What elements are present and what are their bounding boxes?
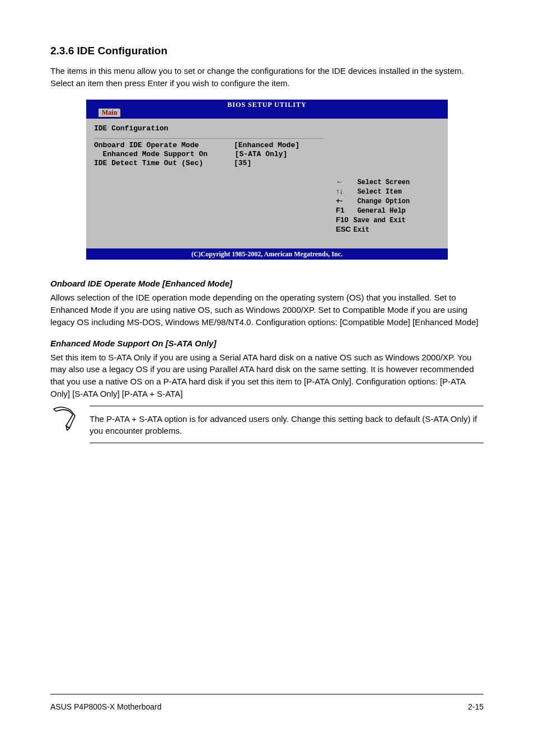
esc-key: ESC	[336, 225, 349, 234]
divider	[94, 138, 324, 139]
footer-product-name: ASUS P4P800S-X Motherboard	[50, 702, 161, 711]
bios-screenshot: BIOS SETUP UTILITY Main IDE Configuratio…	[86, 100, 448, 260]
subheading-onboard-ide: Onboard IDE Operate Mode [Enhanced Mode]	[50, 279, 484, 288]
left-arrow-icon: ←	[336, 177, 349, 186]
f1-key: F1	[336, 206, 349, 215]
bios-item-label: Enhanced Mode Support On	[103, 150, 235, 159]
bios-nav-help: ← Select Screen ↑↓ Select Item +- Change…	[336, 169, 442, 243]
bios-tab-main[interactable]: Main	[99, 109, 120, 117]
intro-paragraph: The items in this menu allow you to set …	[50, 65, 484, 90]
bios-item-row[interactable]: Enhanced Mode Support On[S-ATA Only]	[94, 150, 324, 159]
bios-right-panel: ← Select Screen ↑↓ Select Item +- Change…	[330, 119, 448, 249]
paragraph-onboard-ide: Allows selection of the IDE operation mo…	[50, 292, 484, 328]
footer-divider	[50, 694, 484, 694]
footer-page-number: 2-15	[468, 702, 484, 711]
note-text: The P-ATA + S-ATA option is for advanced…	[90, 413, 484, 438]
section-heading: 2.3.6 IDE Configuration	[50, 45, 484, 57]
note-block: The P-ATA + S-ATA option is for advanced…	[50, 406, 484, 450]
bios-item-value[interactable]: [S-ATA Only]	[235, 150, 288, 158]
plusminus-icon: +-	[336, 196, 349, 205]
note-pencil-icon	[50, 406, 79, 434]
bios-item-row[interactable]: IDE Detect Time Out (Sec)[35]	[94, 159, 324, 168]
bios-tab-row: Main	[86, 109, 448, 119]
paragraph-enhanced-mode: Set this item to S-ATA Only if you are u…	[50, 351, 484, 400]
page-footer: ASUS P4P800S-X Motherboard 2-15	[50, 702, 484, 711]
divider	[90, 406, 484, 406]
bios-copyright-footer: (C)Copyright 1985-2002, American Megatre…	[86, 250, 448, 260]
updown-arrow-icon: ↑↓	[336, 187, 349, 196]
bios-left-panel: IDE Configuration Onboard IDE Operate Mo…	[86, 119, 330, 249]
bios-item-value[interactable]: [35]	[234, 159, 251, 167]
bios-item-label: Onboard IDE Operate Mode	[94, 141, 234, 150]
bios-panel-title: IDE Configuration	[94, 123, 324, 136]
subheading-enhanced-mode: Enhanced Mode Support On [S-ATA Only]	[50, 339, 484, 348]
f10-key: F10	[336, 215, 349, 224]
bios-item-row[interactable]: Onboard IDE Operate Mode[Enhanced Mode]	[94, 141, 324, 150]
bios-item-label: IDE Detect Time Out (Sec)	[94, 159, 234, 168]
bios-title: BIOS SETUP UTILITY	[86, 100, 448, 109]
bios-item-value[interactable]: [Enhanced Mode]	[234, 141, 299, 149]
divider	[90, 443, 484, 443]
